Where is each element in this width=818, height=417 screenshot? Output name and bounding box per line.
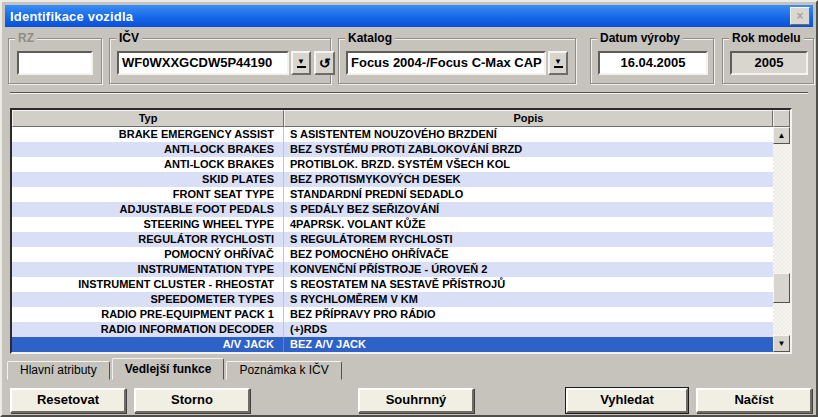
group-rok-modelu: Rok modelu 2005 <box>722 38 814 84</box>
cell-typ: REGULÁTOR RYCHLOSTI <box>12 232 284 247</box>
souhrnny-button[interactable]: Souhrnný <box>358 388 474 413</box>
table-row[interactable]: SKID PLATESBEZ PROTISMYKOVÝCH DESEK <box>12 172 773 187</box>
group-katalog: Katalog Focus 2004-/Focus C-Max CAP (GC … <box>338 38 576 84</box>
cell-typ: STEERING WHEEL TYPE <box>12 217 284 232</box>
table-row[interactable]: A/V JACKBEZ A/V JACK <box>12 337 773 352</box>
datum-vyroby-label: Datum výroby <box>597 31 683 45</box>
icv-dropdown-button[interactable]: ▼ <box>291 51 311 75</box>
table-row[interactable]: RADIO PRE-EQUIPMENT PACK 1BEZ PŘÍPRAVY P… <box>12 307 773 322</box>
cell-typ: POMOCNÝ OHŘÍVAČ <box>12 247 284 262</box>
tab-hlavni-atributy[interactable]: Hlavní atributy <box>7 361 110 380</box>
vyhledat-button[interactable]: Vyhledat <box>566 388 688 413</box>
cell-popis: S RYCHLOMĚREM V KM <box>284 292 773 307</box>
table-row[interactable]: BRAKE EMERGENCY ASSISTS ASISTENTEM NOUZO… <box>12 127 773 142</box>
table-row[interactable]: SPEEDOMETER TYPESS RYCHLOMĚREM V KM <box>12 292 773 307</box>
cell-popis: STANDARDNÍ PREDNÍ SEDADLO <box>284 187 773 202</box>
cell-typ: INSTRUMENT CLUSTER - RHEOSTAT <box>12 277 284 292</box>
cell-typ: RADIO INFORMATION DECODER <box>12 322 284 337</box>
drop-down-bar <box>297 66 306 68</box>
cell-popis: S PEDÁLY BEZ SEŘIZOVÁNÍ <box>284 202 773 217</box>
cell-popis: PROTIBLOK. BRZD. SYSTÉM VŠECH KOL <box>284 157 773 172</box>
icv-input[interactable]: WF0WXXGCDW5P44190 <box>117 51 289 75</box>
cell-popis: BEZ SYSTÉMU PROTI ZABLOKOVÁNÍ BRZD <box>284 142 773 157</box>
resetovat-button[interactable]: Resetovat <box>10 388 126 413</box>
scroll-down-arrow-icon: ▼ <box>778 339 786 348</box>
datum-vyroby-input[interactable]: 16.04.2005 <box>598 51 708 75</box>
katalog-label: Katalog <box>345 31 395 45</box>
cell-typ: ANTI-LOCK BRAKES <box>12 142 284 157</box>
table-row[interactable]: FRONT SEAT TYPESTANDARDNÍ PREDNÍ SEDADLO <box>12 187 773 202</box>
cell-typ: ANTI-LOCK BRAKES <box>12 157 284 172</box>
dialog-title: Identifikace vozidla <box>5 9 133 24</box>
drop-down-arrow-icon: ▼ <box>297 58 305 65</box>
rok-modelu-label: Rok modelu <box>729 31 804 45</box>
column-header-typ[interactable]: Typ <box>12 110 284 127</box>
group-rz: RZ <box>8 38 102 84</box>
cell-typ: ADJUSTABLE FOOT PEDALS <box>12 202 284 217</box>
table-row[interactable]: INSTRUMENTATION TYPEKONVENČNÍ PŘÍSTROJE … <box>12 262 773 277</box>
cell-typ: INSTRUMENTATION TYPE <box>12 262 284 277</box>
dialog-identifikace-vozidla: Identifikace vozidla × RZ IČV WF0WXXGCDW… <box>0 0 818 417</box>
table-row[interactable]: INSTRUMENT CLUSTER - RHEOSTATS REOSTATEM… <box>12 277 773 292</box>
tab-poznamka-k-icv[interactable]: Poznámka k IČV <box>226 361 341 380</box>
attributes-table: Typ Popis BRAKE EMERGENCY ASSISTS ASISTE… <box>10 108 792 354</box>
nacist-button[interactable]: Načíst <box>696 388 812 413</box>
storno-button[interactable]: Storno <box>134 388 250 413</box>
rok-modelu-field: 2005 <box>730 51 808 75</box>
table-row[interactable]: REGULÁTOR RYCHLOSTIS REGULÁTOREM RYCHLOS… <box>12 232 773 247</box>
vertical-scrollbar[interactable]: ▲ ▼ <box>773 127 790 352</box>
cell-popis: 4PAPRSK. VOLANT KŮŽE <box>284 217 773 232</box>
group-datum-vyroby: Datum výroby 16.04.2005 <box>590 38 714 84</box>
table-row[interactable]: POMOCNÝ OHŘÍVAČBEZ POMOCNÉHO OHŘÍVAČE <box>12 247 773 262</box>
tab-vedlejsi-funkce[interactable]: Vedlejší funkce <box>112 358 225 380</box>
cell-typ: FRONT SEAT TYPE <box>12 187 284 202</box>
rz-label: RZ <box>15 31 37 45</box>
icv-label: IČV <box>116 31 142 45</box>
cell-typ: RADIO PRE-EQUIPMENT PACK 1 <box>12 307 284 322</box>
cell-popis: BEZ PROTISMYKOVÝCH DESEK <box>284 172 773 187</box>
table-body: BRAKE EMERGENCY ASSISTS ASISTENTEM NOUZO… <box>12 127 773 352</box>
rz-input[interactable] <box>17 51 93 75</box>
scrollbar-thumb[interactable] <box>773 273 790 303</box>
table-header: Typ Popis <box>12 110 790 127</box>
drop-down-bar <box>554 66 563 68</box>
cell-popis: BEZ PŘÍPRAVY PRO RÁDIO <box>284 307 773 322</box>
table-row[interactable]: ANTI-LOCK BRAKESBEZ SYSTÉMU PROTI ZABLOK… <box>12 142 773 157</box>
cell-typ: SKID PLATES <box>12 172 284 187</box>
scroll-down-button[interactable]: ▼ <box>773 335 790 352</box>
close-button[interactable]: × <box>790 7 810 25</box>
undo-arrow-icon: ↺ <box>319 56 331 70</box>
group-icv: IČV WF0WXXGCDW5P44190 ▼ ↺ <box>109 38 331 84</box>
tab-strip: Hlavní atributy Vedlejší funkce Poznámka… <box>7 358 344 380</box>
cell-popis: BEZ POMOCNÉHO OHŘÍVAČE <box>284 247 773 262</box>
cell-popis: S ASISTENTEM NOUZOVÉHO BRZDENÍ <box>284 127 773 142</box>
scroll-up-button[interactable]: ▲ <box>773 127 790 144</box>
cell-typ: SPEEDOMETER TYPES <box>12 292 284 307</box>
close-icon: × <box>796 9 803 23</box>
cell-popis: S REOSTATEM NA SESTAVĚ PŘÍSTROJŮ <box>284 277 773 292</box>
cell-typ: A/V JACK <box>12 337 284 352</box>
cell-popis: KONVENČNÍ PŘÍSTROJE - ÚROVEŇ 2 <box>284 262 773 277</box>
icv-undo-button[interactable]: ↺ <box>314 51 335 75</box>
drop-down-arrow-icon: ▼ <box>554 58 562 65</box>
cell-popis: BEZ A/V JACK <box>284 337 773 352</box>
header-corner <box>773 110 790 127</box>
katalog-dropdown-button[interactable]: ▼ <box>548 51 568 75</box>
scroll-up-arrow-icon: ▲ <box>778 131 786 140</box>
table-row[interactable]: STEERING WHEEL TYPE4PAPRSK. VOLANT KŮŽE <box>12 217 773 232</box>
horizontal-separator <box>10 92 808 94</box>
table-row[interactable]: ADJUSTABLE FOOT PEDALSS PEDÁLY BEZ SEŘIZ… <box>12 202 773 217</box>
title-bar[interactable]: Identifikace vozidla × <box>5 5 813 27</box>
cell-typ: BRAKE EMERGENCY ASSIST <box>12 127 284 142</box>
column-header-popis[interactable]: Popis <box>284 110 773 127</box>
table-row[interactable]: ANTI-LOCK BRAKESPROTIBLOK. BRZD. SYSTÉM … <box>12 157 773 172</box>
katalog-combo[interactable]: Focus 2004-/Focus C-Max CAP (GC <box>346 51 546 75</box>
table-row[interactable]: RADIO INFORMATION DECODER(+)RDS <box>12 322 773 337</box>
cell-popis: (+)RDS <box>284 322 773 337</box>
cell-popis: S REGULÁTOREM RYCHLOSTI <box>284 232 773 247</box>
